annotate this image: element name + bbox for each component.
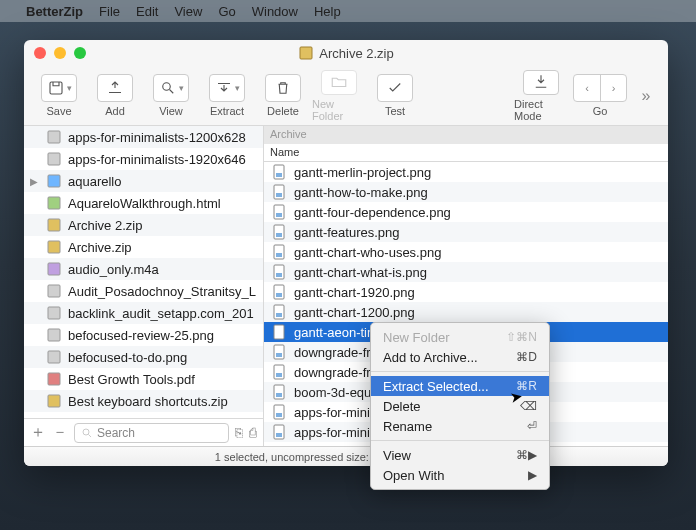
delete-button[interactable]: Delete [256,70,310,122]
sidebar-item[interactable]: audio_only.m4a [24,258,263,280]
list-row-label: gantt-how-to-make.png [294,185,428,200]
add-icon[interactable]: ＋ [30,422,46,443]
list-row[interactable]: gantt-chart-who-uses.png [264,242,668,262]
sidebar-item[interactable]: Audit_Posadochnoy_Stranitsy_L [24,280,263,302]
nav-forward-icon[interactable]: › [600,75,626,101]
list-row[interactable]: gantt-chart-1920.png [264,282,668,302]
list-row-label: apps-for-minim [294,425,381,440]
sidebar-item[interactable]: Best keyboard shortcuts.zip [24,390,263,412]
sidebar-footer: ＋ － Search ⎘ ⎙ [24,418,263,446]
sidebar-item[interactable]: apps-for-minimalists-1200x628 [24,126,263,148]
list-row-label: gantt-aeon-tim [294,325,378,340]
newfolder-button[interactable]: New Folder [312,70,366,122]
sidebar-item[interactable]: AquareloWalkthrough.html [24,192,263,214]
list-row[interactable]: gantt-features.png [264,222,668,242]
context-menu-label: Open With [383,468,444,483]
list-row-label: downgrade-fro [294,345,378,360]
context-menu-shortcut: ⏎ [527,419,537,433]
list-row-label: gantt-chart-1200.png [294,305,415,320]
list-row-label: gantt-merlin-project.png [294,165,431,180]
menubar-window[interactable]: Window [252,4,298,19]
svg-rect-11 [48,307,60,319]
extract-button[interactable]: ▾ Extract [200,70,254,122]
add-button[interactable]: Add [88,70,142,122]
sidebar-item-label: Audit_Posadochnoy_Stranitsy_L [68,284,256,299]
menubar-view[interactable]: View [174,4,202,19]
context-menu-item[interactable]: Add to Archive...⌘D [371,347,549,367]
svg-rect-13 [48,351,60,363]
sidebar-item-label: AquareloWalkthrough.html [68,196,221,211]
menubar-go[interactable]: Go [218,4,235,19]
sidebar-item-label: befocused-to-do.png [68,350,187,365]
svg-rect-1 [50,82,62,94]
context-menu-item[interactable]: Open With▶ [371,465,549,485]
svg-point-2 [162,83,170,91]
sidebar-item[interactable]: apps-for-minimalists-1920x646 [24,148,263,170]
context-menu-item[interactable]: Rename⏎ [371,416,549,436]
sidebar-item-label: Best Growth Tools.pdf [68,372,195,387]
sidebar-opt1-icon[interactable]: ⎘ [235,425,243,440]
sidebar-item[interactable]: Archive.zip [24,236,263,258]
svg-rect-34 [276,333,282,337]
svg-rect-36 [276,353,282,357]
sidebar-item[interactable]: Best Growth Tools.pdf [24,368,263,390]
list-row-label: gantt-chart-1920.png [294,285,415,300]
list-row[interactable]: gantt-chart-what-is.png [264,262,668,282]
column-name[interactable]: Name [264,144,668,162]
svg-rect-14 [48,373,60,385]
svg-rect-6 [48,197,60,209]
context-menu-item[interactable]: View⌘▶ [371,445,549,465]
mac-menubar: BetterZip File Edit View Go Window Help [0,0,696,22]
svg-rect-20 [276,193,282,197]
sidebar-item-label: apps-for-minimalists-1200x628 [68,130,246,145]
menubar-app[interactable]: BetterZip [26,4,83,19]
toolbar-overflow-icon[interactable]: » [632,87,660,105]
search-input[interactable]: Search [74,423,229,443]
context-menu-shortcut: ▶ [528,468,537,482]
betterzip-window: Archive 2.zip ▾ Save Add ▾ View ▾ Extrac… [24,40,668,466]
list-row[interactable]: gantt-how-to-make.png [264,182,668,202]
save-button[interactable]: ▾ Save [32,70,86,122]
list-row-label: gantt-chart-what-is.png [294,265,427,280]
sidebar-item[interactable]: backlink_audit_setapp.com_201 [24,302,263,324]
window-title: Archive 2.zip [319,46,393,61]
go-button[interactable]: ‹› Go [570,70,630,122]
context-menu-label: Delete [383,399,421,414]
direct-mode-button[interactable]: Direct Mode [514,70,568,122]
sidebar-item[interactable]: befocused-to-do.png [24,346,263,368]
svg-rect-42 [276,413,282,417]
list-row[interactable]: gantt-chart-1200.png [264,302,668,322]
sidebar-item-label: Archive 2.zip [68,218,142,233]
list-row-label: apps-for-minim [294,405,381,420]
sidebar-item[interactable]: befocused-review-25.png [24,324,263,346]
menubar-file[interactable]: File [99,4,120,19]
sidebar-item[interactable]: ▶aquarello [24,170,263,192]
svg-rect-4 [48,153,60,165]
context-menu-label: Extract Selected... [383,379,489,394]
context-menu-shortcut: ⌘D [516,350,537,364]
svg-rect-32 [276,313,282,317]
svg-rect-28 [276,273,282,277]
list-row-label: gantt-four-dependence.png [294,205,451,220]
svg-rect-44 [276,433,282,437]
svg-rect-10 [48,285,60,297]
zip-icon [298,45,314,61]
list-row-label: downgrade-fro [294,365,378,380]
svg-rect-7 [48,219,60,231]
nav-back-icon[interactable]: ‹ [574,75,600,101]
context-menu-item: New Folder⇧⌘N [371,327,549,347]
list-row[interactable]: gantt-merlin-project.png [264,162,668,182]
svg-rect-3 [48,131,60,143]
context-menu-shortcut: ⇧⌘N [506,330,537,344]
list-row[interactable]: gantt-four-dependence.png [264,202,668,222]
test-button[interactable]: Test [368,70,422,122]
sidebar-opt2-icon[interactable]: ⎙ [249,425,257,440]
sidebar-item[interactable]: Archive 2.zip [24,214,263,236]
context-menu-label: New Folder [383,330,449,345]
remove-icon[interactable]: － [52,422,68,443]
toolbar: ▾ Save Add ▾ View ▾ Extract Delete New F… [24,66,668,126]
view-button[interactable]: ▾ View [144,70,198,122]
menubar-help[interactable]: Help [314,4,341,19]
menubar-edit[interactable]: Edit [136,4,158,19]
svg-rect-40 [276,393,282,397]
